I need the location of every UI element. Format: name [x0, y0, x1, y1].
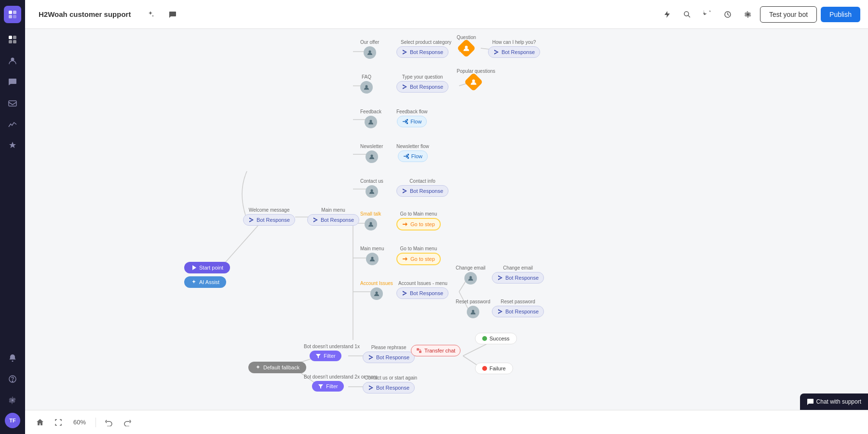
svg-point-54 — [472, 80, 475, 82]
svg-rect-4 — [9, 36, 12, 39]
svg-line-47 — [463, 343, 488, 356]
select-product-node[interactable]: Select product category Bot Response — [396, 40, 448, 58]
sidebar-item-notifications[interactable] — [4, 349, 21, 366]
transfer-chat-node[interactable]: Transfer chat — [411, 345, 461, 356]
go-to-main-1-node[interactable]: Go to Main menu Go to step — [396, 211, 441, 231]
svg-line-17 — [223, 222, 261, 265]
sidebar-item-inbox[interactable] — [4, 95, 21, 112]
svg-point-64 — [371, 257, 373, 259]
sidebar-logo — [4, 6, 21, 23]
reset-password2-chip: Bot Response — [505, 309, 539, 314]
topbar: H2Woah customer support — [25, 0, 868, 29]
reset-password-response-node[interactable]: Reset password Bot Response — [492, 299, 544, 317]
welcome-message-node[interactable]: Welcome message Bot Response — [243, 207, 295, 226]
chat-icon-button[interactable] — [164, 6, 181, 23]
main-menu2-node[interactable]: Main menu — [360, 246, 384, 265]
popular-questions-node[interactable]: Popular questions — [457, 68, 490, 89]
chat-support-button[interactable]: Chat with support — [800, 393, 868, 410]
account-issues-menu-node[interactable]: Account Issues - menu Bot Response — [396, 281, 448, 299]
search-button[interactable] — [679, 6, 695, 23]
ai-assist-node[interactable]: AI Assist — [184, 276, 226, 288]
zoom-level: 60% — [69, 417, 90, 428]
contact-us-node[interactable]: Contact us — [360, 178, 383, 198]
small-talk-label: Small talk — [360, 211, 381, 217]
start-point-node[interactable]: Start point — [184, 262, 230, 273]
redo-button[interactable] — [120, 415, 135, 430]
newsletter-flow-node[interactable]: Newsletter flow Flow — [396, 144, 429, 162]
default-fallback-node[interactable]: Default fallback — [248, 362, 306, 373]
settings-button[interactable] — [740, 6, 756, 23]
sidebar-item-help[interactable] — [4, 370, 21, 388]
svg-point-51 — [368, 51, 371, 53]
topbar-right: Test your bot Publish — [659, 6, 860, 23]
sidebar-item-analytics[interactable] — [4, 116, 21, 133]
faq-node[interactable]: FAQ — [360, 74, 373, 94]
svg-rect-69 — [417, 348, 419, 351]
main-menu-node[interactable]: Main menu Bot Response — [307, 207, 359, 226]
publish-button[interactable]: Publish — [821, 7, 860, 22]
go-main-1-label: Go to Main menu — [400, 211, 437, 217]
test-bot-button[interactable]: Test your bot — [760, 6, 817, 23]
svg-point-62 — [369, 222, 372, 225]
svg-rect-63 — [403, 224, 406, 225]
please-rephrase-chip: Bot Response — [376, 354, 409, 360]
svg-point-52 — [465, 46, 468, 49]
filter-2-node[interactable]: Bot doesn't understand 2x or more Filter — [304, 374, 352, 392]
change-email-avatar-node[interactable]: Change email — [456, 265, 486, 285]
newsletter-flow-chip: Flow — [411, 153, 422, 159]
reset-password-avatar-node[interactable]: Reset password — [456, 299, 490, 318]
sidebar-avatar[interactable]: TF — [5, 413, 20, 428]
filter-1-node[interactable]: Bot doesn't understand 1x Filter — [304, 344, 347, 361]
svg-point-71 — [482, 336, 487, 341]
reset-password2-label: Reset password — [501, 299, 535, 304]
please-rephrase-node[interactable]: Please rephrase Bot Response — [363, 345, 415, 363]
feedback-flow-node[interactable]: Feedback flow Flow — [396, 109, 427, 127]
change-email-response-node[interactable]: Change email Bot Response — [492, 265, 544, 284]
how-can-chip: Bot Response — [502, 49, 535, 55]
sidebar-item-dashboard[interactable] — [4, 31, 21, 48]
sidebar-item-settings[interactable] — [4, 392, 21, 409]
home-button[interactable] — [33, 415, 47, 430]
how-can-i-help-label: How can I help you? — [492, 40, 536, 45]
sidebar-item-integrations[interactable] — [4, 137, 21, 154]
small-talk-node[interactable]: Small talk — [360, 211, 381, 231]
history-button[interactable] — [719, 6, 736, 23]
our-offer-node[interactable]: Our offer — [360, 40, 379, 59]
success-node[interactable]: Success — [475, 333, 517, 344]
svg-point-61 — [370, 190, 373, 192]
feedback-node[interactable]: Feedback — [360, 109, 381, 128]
change-email2-chip: Bot Response — [505, 275, 539, 281]
account-issues-node[interactable]: Account Issues — [360, 281, 393, 300]
svg-rect-3 — [13, 15, 16, 18]
lightning-button[interactable] — [659, 6, 675, 23]
newsletter-node[interactable]: Newsletter — [360, 144, 383, 163]
svg-point-68 — [472, 310, 474, 312]
change-email2-label: Change email — [503, 265, 533, 271]
magic-button[interactable] — [142, 6, 159, 23]
account-issues-menu-label: Account Issues - menu — [398, 281, 447, 286]
svg-rect-9 — [9, 101, 16, 106]
undo-button[interactable] — [102, 415, 116, 430]
filter-1-chip: Filter — [324, 353, 335, 359]
contact-info-node[interactable]: Contact info Bot Response — [396, 178, 448, 197]
svg-marker-50 — [192, 265, 196, 270]
contact-start-again-node[interactable]: Contact us or start again Bot Response — [363, 375, 415, 393]
bottom-bar: 60% — [25, 410, 868, 434]
canvas[interactable]: Start point AI Assist Welcome message Bo… — [25, 29, 868, 410]
how-can-i-help-node[interactable]: How can I help you? Bot Response — [488, 40, 540, 58]
go-to-main-2-node[interactable]: Go to Main menu Go to step — [396, 246, 441, 265]
contact-us-label: Contact us — [360, 178, 383, 184]
type-question-node[interactable]: Type your question Bot Response — [396, 74, 448, 93]
expand-button[interactable] — [51, 415, 66, 430]
sidebar-item-chat[interactable] — [4, 73, 21, 91]
welcome-chip-label: Bot Response — [257, 217, 290, 223]
svg-rect-5 — [13, 36, 16, 39]
sidebar-item-users[interactable] — [4, 52, 21, 69]
select-product-chip: Bot Response — [410, 49, 443, 55]
question-node[interactable]: Question — [457, 35, 476, 55]
app-container: TF H2Woah customer support — [0, 0, 868, 434]
contact-info-chip: Bot Response — [410, 188, 443, 194]
bot-name[interactable]: H2Woah customer support — [33, 7, 136, 21]
failure-node[interactable]: Failure — [475, 363, 513, 374]
refresh-button[interactable] — [699, 6, 716, 23]
